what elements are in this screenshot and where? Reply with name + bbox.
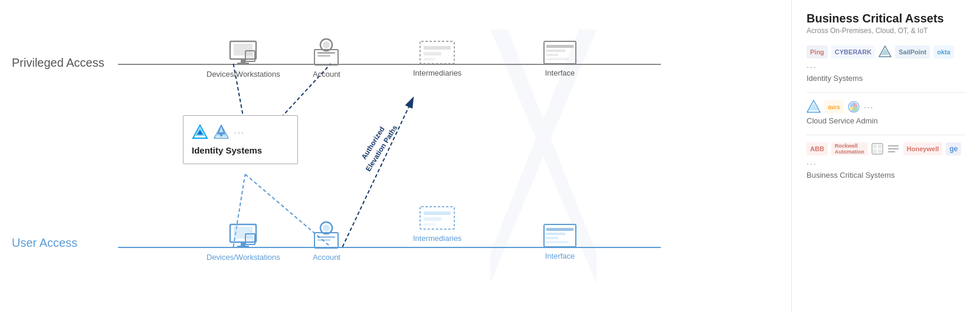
svg-rect-49 [424, 217, 441, 221]
cloud-service-section-label: Cloud Service Admin [807, 116, 965, 125]
diagram-area: Privileged Access User Access [0, 0, 791, 313]
priv-interface-node: Interface [543, 40, 577, 77]
cloud-service-section: aws ··· Cloud Service Admin [807, 100, 965, 125]
rockwell-logo: RockwellAutomation [831, 142, 868, 155]
priv-device-icon [228, 40, 258, 66]
sailpoint-logo: SailPoint [895, 45, 930, 58]
right-panel: Business Critical Assets Across On-Premi… [791, 0, 980, 313]
user-intermediary-node: Intermediaries [413, 206, 461, 243]
okta-logo: okta [933, 45, 954, 58]
svg-rect-64 [873, 149, 877, 153]
identity-logos: Ping CYBERARK SailPoint okta ··· [807, 45, 965, 71]
business-critical-section-label: Business Critical Systems [807, 171, 965, 180]
svg-line-7 [343, 97, 414, 247]
user-intermediary-label: Intermediaries [413, 234, 461, 243]
svg-rect-10 [241, 59, 245, 63]
elevation-label: Authorized Elevation Paths [355, 118, 400, 174]
svg-rect-20 [424, 46, 451, 50]
cloud-logos: aws ··· [807, 100, 965, 114]
user-intermediary-icon [419, 206, 455, 230]
abb-logo: ABB [807, 142, 828, 155]
svg-rect-22 [424, 58, 435, 60]
priv-interface-label: Interface [545, 69, 575, 77]
separator-1 [807, 92, 965, 93]
user-interface-label: Interface [545, 252, 575, 260]
svg-rect-15 [317, 52, 335, 54]
user-account-label: Account [313, 253, 340, 262]
svg-rect-26 [546, 54, 558, 56]
identity-box-icons: ··· [192, 124, 288, 141]
svg-rect-52 [546, 228, 573, 231]
identity-systems-box: ··· Identity Systems [183, 115, 298, 164]
right-panel-subtitle: Across On-Premises, Cloud, OT, & IoT [807, 27, 965, 35]
plc-icon [871, 143, 883, 155]
business-critical-section: ABB RockwellAutomation Honeywell g [807, 142, 965, 180]
critical-more-dots: ··· [807, 159, 817, 168]
user-device-icon [228, 223, 258, 249]
svg-rect-24 [546, 45, 573, 48]
priv-device-node: Devices/Workstations [207, 40, 280, 79]
more-logos-dots: ··· [234, 128, 245, 137]
main-container: Privileged Access User Access [0, 0, 980, 313]
ge-logo: ge [946, 142, 961, 155]
user-interface-node: Interface [543, 223, 577, 260]
priv-interface-icon [543, 40, 577, 65]
privileged-line [118, 64, 661, 65]
separator-2 [807, 135, 965, 135]
connection-lines [0, 0, 791, 313]
svg-rect-62 [873, 145, 877, 148]
svg-point-18 [323, 41, 330, 48]
svg-point-44 [323, 224, 330, 232]
identity-more-dots: ··· [807, 62, 817, 71]
cloud-more-dots: ··· [864, 102, 874, 112]
svg-rect-41 [247, 235, 254, 241]
svg-rect-25 [546, 50, 565, 52]
svg-rect-11 [237, 63, 249, 64]
svg-rect-17 [314, 50, 338, 65]
azure-logo [807, 100, 821, 114]
identity-systems-section-label: Identity Systems [807, 74, 965, 83]
honeywell-logo: Honeywell [903, 142, 942, 155]
sailpoint-icon [879, 45, 891, 58]
privileged-access-label: Privileged Access [12, 56, 104, 70]
user-device-node: Devices/Workstations [207, 223, 280, 262]
user-line [118, 247, 661, 248]
cyberark-logo: CYBERARK [831, 45, 875, 58]
svg-rect-39 [237, 246, 249, 247]
svg-rect-13 [247, 52, 254, 58]
user-access-label: User Access [12, 236, 77, 250]
svg-rect-21 [424, 52, 441, 56]
svg-rect-53 [546, 233, 565, 235]
user-interface-icon [543, 223, 577, 248]
identity-systems-label: Identity Systems [192, 145, 288, 155]
svg-rect-55 [546, 241, 569, 243]
priv-account-node: Account [313, 37, 340, 79]
ping-logo: Ping [807, 45, 828, 58]
user-device-label: Devices/Workstations [207, 253, 280, 262]
identity-systems-section: Ping CYBERARK SailPoint okta ··· Identit… [807, 45, 965, 83]
google-logo [847, 100, 860, 113]
svg-rect-48 [424, 211, 451, 215]
svg-rect-23 [544, 41, 576, 64]
svg-rect-51 [544, 224, 576, 247]
priv-account-label: Account [313, 70, 340, 79]
azure-icon [192, 124, 208, 141]
svg-rect-46 [317, 239, 330, 241]
priv-account-icon [313, 37, 340, 66]
user-account-node: Account [313, 220, 340, 262]
priv-intermediary-node: Intermediaries [413, 40, 461, 77]
right-panel-title: Business Critical Assets [807, 12, 965, 25]
priv-device-label: Devices/Workstations [207, 70, 280, 79]
svg-rect-16 [317, 55, 330, 57]
svg-rect-54 [546, 237, 558, 239]
svg-rect-45 [317, 236, 335, 238]
svg-rect-65 [878, 149, 881, 153]
svg-rect-50 [424, 223, 435, 226]
priv-intermediary-label: Intermediaries [413, 69, 461, 77]
svg-rect-38 [241, 242, 245, 246]
user-account-icon [313, 220, 340, 249]
svg-rect-63 [878, 145, 881, 148]
svg-rect-27 [546, 58, 569, 60]
priv-intermediary-icon [419, 40, 455, 65]
aws-logo: aws [824, 100, 844, 113]
